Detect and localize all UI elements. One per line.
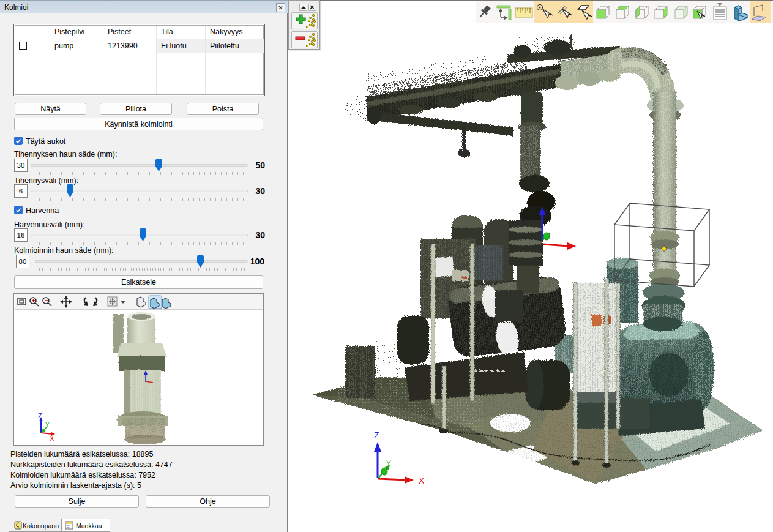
svg-text:Z: Z (374, 430, 379, 440)
svg-text:Y: Y (45, 422, 50, 429)
svg-text:X: X (419, 476, 425, 485)
svg-text:Y: Y (386, 459, 391, 468)
svg-text:X: X (50, 435, 54, 442)
svg-text:Z: Z (38, 412, 42, 419)
